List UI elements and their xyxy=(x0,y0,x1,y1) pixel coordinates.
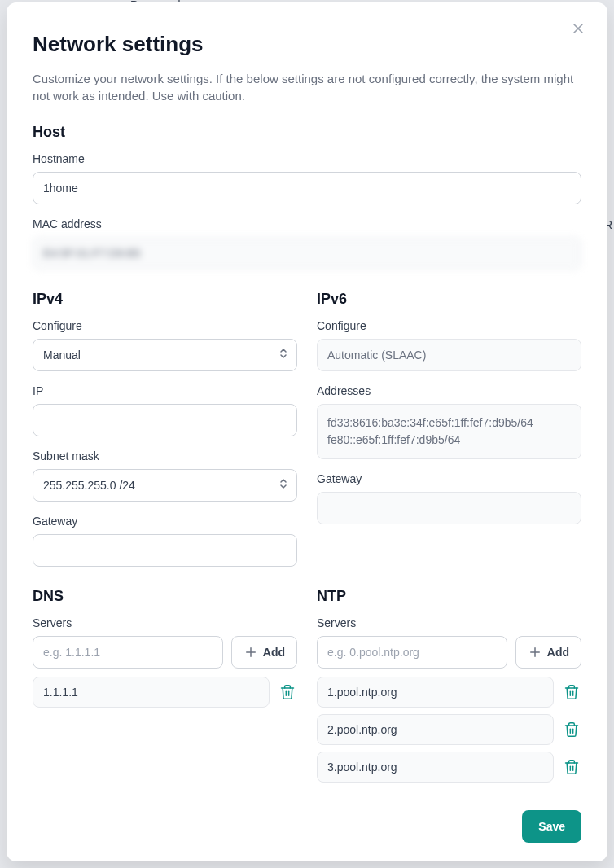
ipv4-subnet-select[interactable] xyxy=(33,469,297,502)
ipv6-gateway-label: Gateway xyxy=(317,472,581,485)
ntp-server-value: 2.pool.ntp.org xyxy=(317,714,554,745)
trash-icon xyxy=(564,759,580,775)
dns-add-button[interactable]: Add xyxy=(231,636,297,669)
mac-input xyxy=(33,237,581,270)
dns-heading: DNS xyxy=(33,588,297,605)
close-button[interactable] xyxy=(568,19,588,38)
ipv4-gateway-input[interactable] xyxy=(33,534,297,567)
modal-footer: Save xyxy=(33,810,581,843)
ipv4-heading: IPv4 xyxy=(33,291,297,308)
ipv6-configure-value: Automatic (SLAAC) xyxy=(317,339,581,371)
ntp-section: NTP Servers Add 1.pool.ntp.org2.pool.ntp… xyxy=(317,588,581,789)
dns-server-item: 1.1.1.1 xyxy=(33,677,297,708)
trash-icon xyxy=(564,684,580,700)
modal-title: Network settings xyxy=(33,32,581,57)
close-icon xyxy=(570,20,586,37)
ntp-server-value: 3.pool.ntp.org xyxy=(317,752,554,783)
ntp-server-item: 1.pool.ntp.org xyxy=(317,677,581,708)
ipv6-addresses-box: fd33:8616:ba3e:34f:e65f:1ff:fef7:d9b5/64… xyxy=(317,404,581,459)
hostname-label: Hostname xyxy=(33,152,581,165)
ntp-delete-button[interactable] xyxy=(562,682,581,702)
trash-icon xyxy=(564,721,580,738)
ipv6-addresses-label: Addresses xyxy=(317,384,581,397)
ntp-server-value: 1.pool.ntp.org xyxy=(317,677,554,708)
ntp-delete-button[interactable] xyxy=(562,757,581,777)
ipv4-ip-input[interactable] xyxy=(33,404,297,436)
dns-section: DNS Servers Add 1.1.1.1 xyxy=(33,588,297,789)
network-settings-modal: Network settings Customize your network … xyxy=(7,2,607,861)
ipv4-section: IPv4 Configure IP Subnet mask xyxy=(33,291,297,567)
ntp-delete-button[interactable] xyxy=(562,720,581,739)
modal-description: Customize your network settings. If the … xyxy=(33,70,581,104)
ntp-server-item: 3.pool.ntp.org xyxy=(317,752,581,783)
ipv6-section: IPv6 Configure Automatic (SLAAC) Address… xyxy=(317,291,581,567)
ipv4-configure-select[interactable] xyxy=(33,339,297,371)
ipv4-ip-label: IP xyxy=(33,384,297,397)
ntp-servers-label: Servers xyxy=(317,616,581,629)
host-heading: Host xyxy=(33,124,581,141)
plus-icon xyxy=(243,645,258,660)
hostname-input[interactable] xyxy=(33,172,581,204)
dns-server-input[interactable] xyxy=(33,636,223,669)
ipv6-gateway-value xyxy=(317,492,581,524)
ntp-heading: NTP xyxy=(317,588,581,605)
dns-servers-label: Servers xyxy=(33,616,297,629)
ipv4-configure-label: Configure xyxy=(33,319,297,332)
mac-label: MAC address xyxy=(33,217,581,230)
ipv4-subnet-label: Subnet mask xyxy=(33,449,297,462)
ipv6-configure-label: Configure xyxy=(317,319,581,332)
ipv6-heading: IPv6 xyxy=(317,291,581,308)
save-button[interactable]: Save xyxy=(522,810,581,843)
add-label: Add xyxy=(263,646,285,659)
host-section: Host Hostname MAC address xyxy=(33,124,581,270)
trash-icon xyxy=(279,684,296,700)
ntp-add-button[interactable]: Add xyxy=(515,636,581,669)
plus-icon xyxy=(528,645,542,660)
dns-server-value: 1.1.1.1 xyxy=(33,677,270,708)
ipv6-address: fd33:8616:ba3e:34f:e65f:1ff:fef7:d9b5/64 xyxy=(327,414,571,432)
add-label: Add xyxy=(547,646,569,659)
ntp-server-input[interactable] xyxy=(317,636,507,669)
dns-delete-button[interactable] xyxy=(278,682,297,702)
ipv6-address: fe80::e65f:1ff:fef7:d9b5/64 xyxy=(327,432,571,449)
ipv4-gateway-label: Gateway xyxy=(33,515,297,528)
ntp-server-item: 2.pool.ntp.org xyxy=(317,714,581,745)
